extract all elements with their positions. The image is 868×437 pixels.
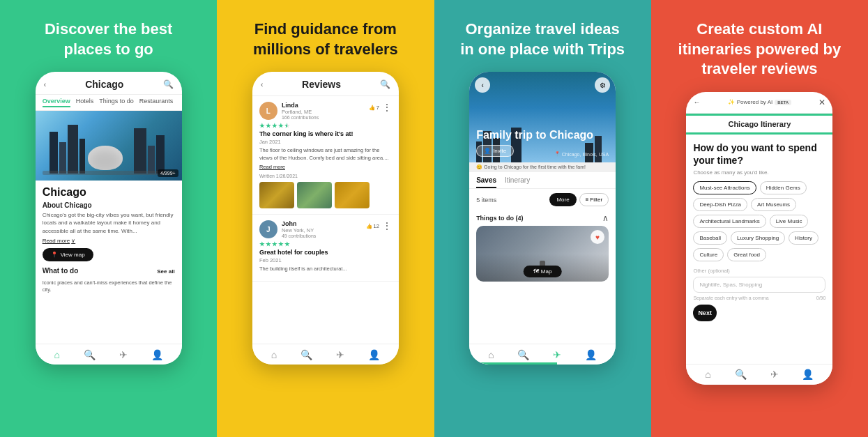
review-date-1: Jan 2021 bbox=[259, 139, 392, 145]
profile-nav-icon-2[interactable]: 👤 bbox=[368, 349, 380, 360]
back-icon-2[interactable]: ‹ bbox=[261, 81, 263, 89]
itinerary-title: Chicago Itinerary bbox=[686, 116, 832, 135]
ai-badge: ✨ Powered by AI BETA bbox=[728, 99, 791, 105]
building-7 bbox=[134, 128, 146, 174]
reviewer-name-2: John bbox=[282, 220, 316, 227]
reviewer-row-1: L Linda Portland, ME 166 contributions 👍… bbox=[259, 102, 392, 120]
more-options-icon-2[interactable]: ⋮ bbox=[382, 220, 392, 231]
map-button[interactable]: 🗺 Map bbox=[524, 266, 562, 277]
tag-culture[interactable]: Culture bbox=[693, 248, 724, 261]
other-input[interactable]: Nightlife, Spas, Shopping bbox=[693, 277, 825, 293]
star-3 bbox=[272, 123, 277, 128]
close-icon[interactable]: ✕ bbox=[818, 98, 825, 107]
profile-nav-icon-3[interactable]: 👤 bbox=[585, 349, 597, 360]
back-icon-4[interactable]: ← bbox=[693, 98, 700, 106]
panel-1-title: Discover the best places to go bbox=[25, 20, 192, 59]
tag-live-music[interactable]: Live Music bbox=[770, 215, 809, 228]
home-nav-icon-3[interactable]: ⌂ bbox=[488, 349, 494, 360]
tag-luxury-shopping[interactable]: Luxury Shopping bbox=[731, 231, 785, 245]
star-2-4 bbox=[278, 241, 284, 247]
char-count: 0/90 bbox=[816, 296, 826, 300]
interest-tags: Must-see Attractions Hidden Gems Deep-Di… bbox=[686, 181, 832, 261]
phone1-header: ‹ Chicago 🔍 bbox=[36, 72, 182, 95]
invite-button[interactable]: 👤 Invite bbox=[476, 145, 514, 157]
chicago-hero-image: 4/999+ bbox=[36, 111, 182, 181]
things-to-do-title: Things to do (4) bbox=[476, 215, 524, 222]
tab-overview[interactable]: Overview bbox=[43, 98, 70, 107]
tab-hotels[interactable]: Hotels bbox=[76, 98, 94, 107]
building-5 bbox=[156, 135, 165, 174]
next-button[interactable]: Next bbox=[693, 305, 717, 321]
search-nav-icon-4[interactable]: 🔍 bbox=[735, 369, 747, 380]
tag-hidden-gems[interactable]: Hidden Gems bbox=[760, 181, 807, 194]
progress-bar bbox=[469, 362, 557, 365]
review-actions-1: 👍 7 ⋮ bbox=[369, 102, 392, 113]
read-more-link[interactable]: Read more ∨ bbox=[43, 238, 175, 244]
tab-itinerary[interactable]: Itinerary bbox=[505, 176, 530, 188]
see-all-link[interactable]: See all bbox=[157, 268, 174, 275]
trip-hero-nav: ‹ ⚙ bbox=[475, 77, 610, 93]
trip-description: 😊 Going to Chicago for the first time wi… bbox=[469, 162, 616, 172]
review-photo-2[interactable] bbox=[297, 182, 332, 208]
tag-baseball[interactable]: Baseball bbox=[693, 231, 727, 245]
review-like-2[interactable]: 👍 12 bbox=[366, 223, 379, 229]
review-like-1[interactable]: 👍 7 bbox=[369, 105, 379, 111]
star-2-3 bbox=[272, 241, 277, 247]
reviewer-avatar-1: L bbox=[259, 102, 277, 120]
trips-nav-icon-4[interactable]: ✈ bbox=[770, 369, 779, 380]
review-photo-1[interactable] bbox=[259, 182, 294, 208]
filter-button[interactable]: ≡ Filter bbox=[579, 193, 609, 206]
panel-2-title: Find guidance from millions of travelers bbox=[242, 20, 409, 59]
panel-4-title: Create custom AI itineraries powered by … bbox=[676, 20, 843, 79]
tab-restaurants[interactable]: Restaurants bbox=[139, 98, 174, 107]
review-photo-3[interactable] bbox=[335, 182, 370, 208]
tab-saves[interactable]: Saves bbox=[476, 176, 496, 188]
items-count-row: 5 items More ≡ Filter bbox=[469, 189, 616, 210]
tag-art-museums[interactable]: Art Museums bbox=[751, 198, 796, 211]
back-button-3[interactable]: ‹ bbox=[475, 77, 490, 93]
tag-must-see[interactable]: Must-see Attractions bbox=[693, 181, 756, 194]
tag-deep-dish[interactable]: Deep-Dish Pizza bbox=[693, 198, 747, 211]
tag-history[interactable]: History bbox=[789, 231, 818, 245]
settings-icon[interactable]: ⚙ bbox=[595, 77, 610, 93]
review-text-1: The floor to ceiling windows are just am… bbox=[259, 147, 392, 162]
map-icon: 🗺 bbox=[533, 268, 539, 275]
trips-nav-icon[interactable]: ✈ bbox=[119, 349, 128, 360]
panel-trips: Organize travel ideas in one place with … bbox=[434, 0, 651, 437]
search-icon-2[interactable]: 🔍 bbox=[380, 79, 390, 89]
home-nav-icon-4[interactable]: ⌂ bbox=[705, 369, 710, 380]
filter-icon: ≡ bbox=[586, 197, 589, 203]
tag-architectural[interactable]: Architectural Landmarks bbox=[693, 215, 766, 228]
trip-tabs: Saves Itinerary bbox=[469, 172, 616, 189]
more-options-icon-1[interactable]: ⋮ bbox=[382, 102, 392, 113]
search-nav-icon-2[interactable]: 🔍 bbox=[300, 349, 312, 360]
trips-nav-icon-3[interactable]: ✈ bbox=[553, 349, 561, 360]
home-nav-icon[interactable]: ⌂ bbox=[54, 349, 60, 360]
review-photos-1 bbox=[259, 182, 392, 208]
view-map-button[interactable]: 📍 View map bbox=[43, 248, 93, 261]
phone-2: ‹ Reviews 🔍 L Linda Portland, ME 166 con… bbox=[252, 72, 399, 365]
search-icon[interactable]: 🔍 bbox=[163, 79, 174, 89]
attraction-card[interactable]: ♥ 🗺 Map bbox=[476, 226, 609, 282]
trips-nav-icon-2[interactable]: ✈ bbox=[336, 349, 344, 360]
search-nav-icon[interactable]: 🔍 bbox=[84, 349, 96, 360]
things-to-do-section: Things to do (4) ∧ bbox=[469, 210, 616, 226]
profile-nav-icon-4[interactable]: 👤 bbox=[802, 369, 814, 380]
phone3-bottom-nav: ⌂ 🔍 ✈ 👤 bbox=[469, 344, 616, 365]
panel-guidance: Find guidance from millions of travelers… bbox=[217, 0, 434, 437]
tag-great-food[interactable]: Great food bbox=[727, 248, 766, 261]
review-title-2: Great hotel for couples bbox=[259, 249, 392, 256]
tab-things-to-do[interactable]: Things to do bbox=[99, 98, 134, 107]
back-icon[interactable]: ‹ bbox=[44, 81, 46, 89]
ai-sparkle-icon: ✨ bbox=[728, 99, 735, 105]
home-nav-icon-2[interactable]: ⌂ bbox=[271, 349, 277, 360]
location-pin-icon: 📍 bbox=[554, 151, 561, 157]
review-actions-2: 👍 12 ⋮ bbox=[366, 220, 392, 231]
profile-nav-icon[interactable]: 👤 bbox=[151, 349, 163, 360]
bean-sculpture bbox=[88, 146, 123, 170]
collapse-icon[interactable]: ∧ bbox=[602, 213, 609, 223]
review-read-more-1[interactable]: Read more bbox=[259, 164, 392, 170]
more-button[interactable]: More bbox=[549, 193, 576, 206]
review-item-2: J John New York, NY 49 contributions 👍 1… bbox=[252, 215, 399, 282]
search-nav-icon-3[interactable]: 🔍 bbox=[517, 349, 529, 360]
